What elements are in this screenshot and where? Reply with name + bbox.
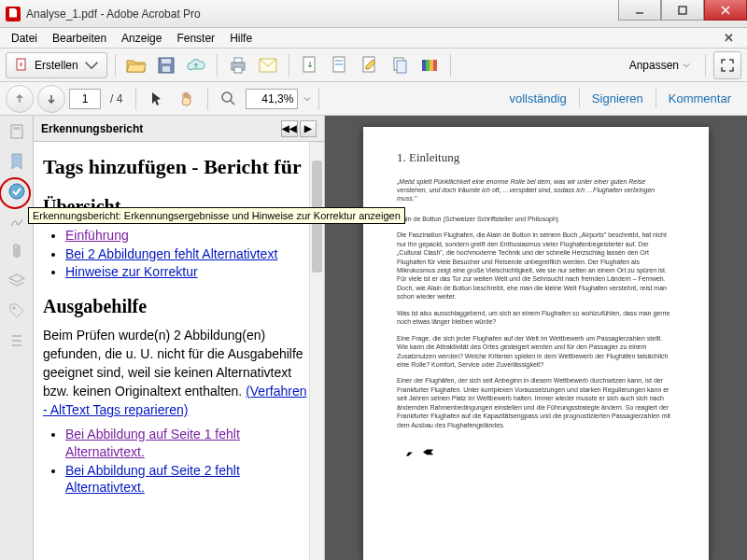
hand-icon xyxy=(178,91,195,107)
open-button[interactable] xyxy=(123,52,149,78)
svg-rect-17 xyxy=(426,60,430,71)
window-titlebar: Analyse_1.pdf - Adobe Acrobat Pro xyxy=(0,0,747,28)
tags-icon[interactable] xyxy=(7,301,27,321)
edit-text-button[interactable] xyxy=(357,52,383,78)
close-button[interactable] xyxy=(704,0,747,21)
doc-p2: Was ist also ausschlaggebend, um sich an… xyxy=(397,309,675,327)
link-img-page1[interactable]: Bei Abbildung auf Seite 1 fehlt Alternat… xyxy=(65,427,240,459)
prev-page-button[interactable] xyxy=(6,85,34,113)
arrow-up-icon xyxy=(14,93,25,105)
zoom-select-button[interactable] xyxy=(216,86,242,112)
window-title: Analyse_1.pdf - Adobe Acrobat Pro xyxy=(26,7,201,21)
cloud-icon xyxy=(186,57,206,74)
report-heading: Tags hinzufügen - Bericht für xyxy=(43,153,311,181)
save-button[interactable] xyxy=(153,52,179,78)
menu-bar: Datei Bearbeiten Anzeige Fenster Hilfe ✕ xyxy=(0,28,747,49)
chevron-down-icon xyxy=(84,58,99,73)
envelope-icon xyxy=(259,58,277,73)
recognition-report-icon[interactable] xyxy=(7,181,27,202)
action-vollstaendig[interactable]: vollständig xyxy=(499,87,576,110)
chevron-down-icon[interactable] xyxy=(303,95,311,103)
menu-fenster[interactable]: Fenster xyxy=(169,30,222,47)
toolbar-main: Erstellen Anpassen xyxy=(0,49,747,82)
layers-icon[interactable] xyxy=(7,271,27,291)
menu-anzeige[interactable]: Anzeige xyxy=(114,30,169,47)
export-pdf-button[interactable] xyxy=(297,52,323,78)
order-icon[interactable] xyxy=(7,330,27,351)
multimedia-button[interactable] xyxy=(416,52,443,78)
panel-scrollbar[interactable] xyxy=(309,142,324,560)
side-panel-header: Erkennungsbericht ◀◀ ▶ xyxy=(34,116,324,142)
ausgabehilfe-text: Beim Prüfen wurde(n) 2 Abbildung(en) gef… xyxy=(43,327,311,419)
create-form-button[interactable] xyxy=(327,52,353,78)
minimize-button[interactable] xyxy=(618,0,661,21)
print-button[interactable] xyxy=(225,52,251,78)
ausgabehilfe-heading: Ausgabehilfe xyxy=(43,294,311,319)
svg-rect-15 xyxy=(397,61,406,73)
panel-next-button[interactable]: ▶ xyxy=(300,120,317,137)
svg-rect-19 xyxy=(433,60,437,71)
doc-author: Alain de Botton (Schweizer Schriftstelle… xyxy=(397,215,675,223)
thumbnails-icon[interactable] xyxy=(7,121,27,142)
create-button[interactable]: Erstellen xyxy=(6,52,107,78)
chevron-down-icon xyxy=(683,62,690,69)
folder-open-icon xyxy=(126,57,147,74)
page-number-input[interactable] xyxy=(69,89,101,109)
doc-p1: Die Faszination Flughafen, die Alain de … xyxy=(397,231,675,301)
next-page-button[interactable] xyxy=(37,85,65,113)
page-form-icon xyxy=(331,56,348,75)
svg-point-23 xyxy=(9,184,24,199)
pdf-page-1: 1. Einleitung „Meist spielt Pünktlichkei… xyxy=(363,127,709,560)
svg-rect-1 xyxy=(17,59,25,70)
action-kommentar[interactable]: Kommentar xyxy=(658,87,741,110)
pages-stack-icon xyxy=(390,56,409,75)
maximize-button[interactable] xyxy=(661,0,704,21)
email-button[interactable] xyxy=(255,52,281,78)
svg-rect-0 xyxy=(679,7,686,14)
panel-prev-button[interactable]: ◀◀ xyxy=(281,120,298,137)
customize-button[interactable]: Anpassen xyxy=(622,57,698,74)
side-panel-title: Erkennungsbericht xyxy=(41,122,143,135)
link-img-page2[interactable]: Bei Abbildung auf Seite 2 fehlt Alternat… xyxy=(65,463,240,496)
create-icon xyxy=(14,58,29,73)
document-view[interactable]: 1. Einleitung „Meist spielt Pünktlichkei… xyxy=(325,116,747,560)
svg-point-20 xyxy=(222,92,232,102)
signatures-icon[interactable] xyxy=(7,211,27,231)
link-korrektur[interactable]: Hinweise zur Korrektur xyxy=(65,264,198,279)
cloud-button[interactable] xyxy=(183,52,209,78)
svg-rect-18 xyxy=(430,60,433,71)
svg-rect-9 xyxy=(303,57,315,72)
page-total-label: / 4 xyxy=(110,92,122,105)
cursor-icon xyxy=(149,91,164,107)
expand-icon xyxy=(720,58,735,73)
menu-datei[interactable]: Datei xyxy=(4,30,45,47)
svg-rect-16 xyxy=(422,60,426,71)
hand-tool[interactable] xyxy=(174,86,200,112)
side-panel-body: Tags hinzufügen - Bericht für Übersicht … xyxy=(34,142,324,560)
magnifier-icon xyxy=(220,91,237,107)
doc-p4: Einer der Flughäfen, der sich seit Anbeg… xyxy=(397,376,675,429)
menu-hilfe[interactable]: Hilfe xyxy=(222,30,260,47)
zoom-input[interactable] xyxy=(246,89,298,109)
svg-point-24 xyxy=(12,307,15,310)
menu-bearbeiten[interactable]: Bearbeiten xyxy=(45,30,114,47)
navigation-pane xyxy=(0,116,34,560)
side-panel: Erkennungsbericht ◀◀ ▶ Tags hinzufügen -… xyxy=(34,116,325,560)
close-panel-x[interactable]: ✕ xyxy=(716,29,741,47)
fullscreen-button[interactable] xyxy=(713,51,741,79)
attachments-icon[interactable] xyxy=(7,241,27,261)
svg-rect-3 xyxy=(162,59,171,63)
link-einfuehrung[interactable]: Einführung xyxy=(65,228,129,243)
doc-p3: Eine Frage, die sich jeder Flughafen auf… xyxy=(397,334,675,370)
toolbar-nav: / 4 vollständig Signieren Kommentar xyxy=(0,82,747,116)
svg-rect-4 xyxy=(162,66,170,72)
link-missing-alt-2[interactable]: Bei 2 Abbildungen fehlt Alternativtext xyxy=(65,246,277,261)
bookmarks-icon[interactable] xyxy=(7,151,27,172)
printer-icon xyxy=(229,56,247,75)
tooltip: Erkennungsbericht: Erkennungsergebnisse … xyxy=(28,207,405,224)
select-tool[interactable] xyxy=(144,86,170,112)
combine-button[interactable] xyxy=(387,52,413,78)
action-signieren[interactable]: Signieren xyxy=(582,87,654,110)
page-pencil-icon xyxy=(361,56,378,75)
airplane-image xyxy=(397,444,436,457)
